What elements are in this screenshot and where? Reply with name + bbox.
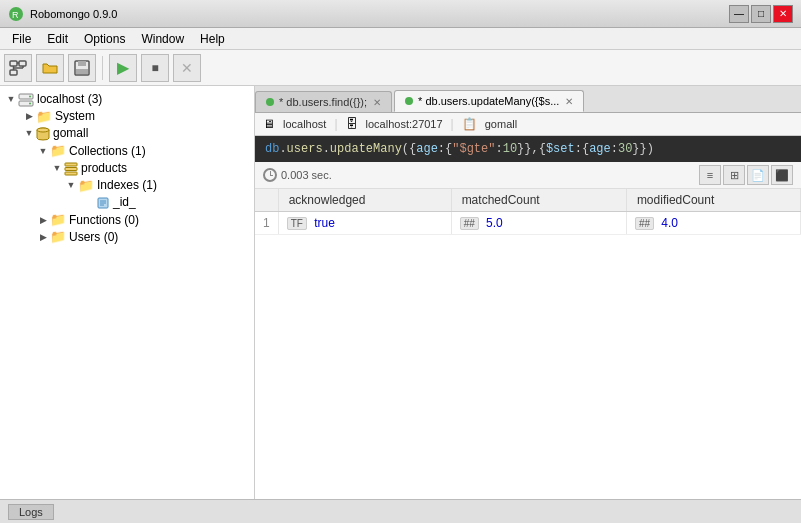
tab-update[interactable]: * db.users.updateMany({$s... ✕ [394, 90, 584, 112]
tree-item-products[interactable]: ▼ products [0, 159, 254, 177]
server-label: localhost [283, 118, 326, 130]
title-bar: R Robomongo 0.9.0 — □ ✕ [0, 0, 801, 28]
table-row: 1 TF true ## 5.0 ## 4.0 [255, 212, 801, 235]
value-acknowledged: true [314, 216, 335, 230]
tab-label-find: * db.users.find({}); [279, 96, 367, 108]
port-label: localhost:27017 [366, 118, 443, 130]
app-icon: R [8, 6, 24, 22]
cmd-close-all: }}) [632, 142, 654, 156]
server-icon: 🖥 [263, 117, 275, 131]
cmd-colon3: : [575, 142, 582, 156]
tree-toggle-products[interactable]: ▼ [50, 163, 64, 173]
results-time-container: 0.003 sec. [263, 168, 332, 182]
tree-item-id-index[interactable]: _id_ [0, 194, 254, 212]
collection-folder-icon: 📁 [50, 143, 66, 158]
cmd-db: db [265, 142, 279, 156]
cmd-colon4: : [611, 142, 618, 156]
table-header-row: acknowledged matchedCount modifiedCount [255, 189, 801, 212]
tree-label-id-index: _id_ [113, 195, 136, 209]
cmd-set-key: $set [546, 142, 575, 156]
toolbar-save-button[interactable] [68, 54, 96, 82]
cell-acknowledged: TF true [278, 212, 451, 235]
maximize-button[interactable]: □ [751, 5, 771, 23]
menu-window[interactable]: Window [133, 30, 192, 48]
svg-rect-18 [65, 163, 77, 166]
tree-toggle-gomall[interactable]: ▼ [22, 128, 36, 138]
toolbar-run-button[interactable]: ▶ [109, 54, 137, 82]
cmd-colon2: : [495, 142, 502, 156]
tree-toggle-users[interactable]: ▶ [36, 232, 50, 242]
row-num-1: 1 [255, 212, 278, 235]
right-panel: * db.users.find({}); ✕ * db.users.update… [255, 86, 801, 499]
collection-icon [64, 160, 78, 176]
users-icon: 📁 [50, 229, 66, 244]
value-modified: 4.0 [661, 216, 678, 230]
server-icon [18, 91, 34, 107]
cmd-gte-key: "$gte" [452, 142, 495, 156]
tree-item-gomall[interactable]: ▼ gomall [0, 125, 254, 143]
cell-matched-count: ## 5.0 [451, 212, 626, 235]
logs-tab[interactable]: Logs [8, 504, 54, 520]
tab-dot-update [405, 97, 413, 105]
cmd-brace2-close: }} [517, 142, 531, 156]
cmd-dot1: . [279, 142, 286, 156]
tab-close-update[interactable]: ✕ [565, 96, 573, 107]
tree-toggle-system[interactable]: ▶ [22, 111, 36, 121]
menu-options[interactable]: Options [76, 30, 133, 48]
results-table: acknowledged matchedCount modifiedCount … [255, 189, 801, 235]
svg-text:R: R [12, 10, 19, 20]
cell-modified-count: ## 4.0 [626, 212, 800, 235]
menu-help[interactable]: Help [192, 30, 233, 48]
separator-2: | [451, 117, 454, 131]
tree-item-system[interactable]: ▶ 📁 System [0, 108, 254, 125]
cmd-age-key: age [416, 142, 438, 156]
tree-item-functions[interactable]: ▶ 📁 Functions (0) [0, 211, 254, 228]
tree-item-indexes[interactable]: ▼ 📁 Indexes (1) [0, 177, 254, 194]
tree-toggle-collections[interactable]: ▼ [36, 146, 50, 156]
svg-rect-20 [65, 172, 77, 175]
tab-label-update: * db.users.updateMany({$s... [418, 95, 559, 107]
tree-toggle-localhost[interactable]: ▼ [4, 94, 18, 104]
separator-1: | [334, 117, 337, 131]
command-bar[interactable]: db.users.updateMany({age:{"$gte":10}},{$… [255, 136, 801, 162]
db-icon: 📋 [462, 117, 477, 131]
menu-edit[interactable]: Edit [39, 30, 76, 48]
tree-item-collections[interactable]: ▼ 📁 Collections (1) [0, 142, 254, 159]
results-btn-custom[interactable]: ⬛ [771, 165, 793, 185]
col-matched-count: matchedCount [451, 189, 626, 212]
window-controls: — □ ✕ [729, 5, 793, 23]
folder-icon: 📁 [36, 109, 52, 124]
tree-label-system: System [55, 109, 95, 123]
col-acknowledged: acknowledged [278, 189, 451, 212]
results-btn-table[interactable]: ⊞ [723, 165, 745, 185]
cmd-method: updateMany [330, 142, 402, 156]
toolbar-open-button[interactable] [36, 54, 64, 82]
tab-bar: * db.users.find({}); ✕ * db.users.update… [255, 86, 801, 113]
minimize-button[interactable]: — [729, 5, 749, 23]
tree-item-localhost[interactable]: ▼ localhost (3) [0, 90, 254, 108]
results-status-bar: 0.003 sec. ≡ ⊞ 📄 ⬛ [255, 162, 801, 189]
results-btn-text[interactable]: 📄 [747, 165, 769, 185]
index-icon [96, 195, 110, 211]
type-badge-matched: ## [460, 217, 479, 230]
menu-file[interactable]: File [4, 30, 39, 48]
close-button[interactable]: ✕ [773, 5, 793, 23]
svg-rect-10 [78, 61, 86, 66]
svg-point-15 [29, 102, 31, 104]
toolbar-stop-button[interactable]: ■ [141, 54, 169, 82]
toolbar-refresh-button[interactable]: ✕ [173, 54, 201, 82]
tree-label-localhost: localhost (3) [37, 92, 102, 106]
svg-point-14 [29, 95, 31, 97]
cmd-comma: , [532, 142, 539, 156]
results-area: 0.003 sec. ≡ ⊞ 📄 ⬛ acknowledged matchedC… [255, 162, 801, 499]
tree-toggle-functions[interactable]: ▶ [36, 215, 50, 225]
tree-toggle-indexes[interactable]: ▼ [64, 180, 78, 190]
tab-dot-find [266, 98, 274, 106]
toolbar-connect-button[interactable] [4, 54, 32, 82]
tab-find[interactable]: * db.users.find({}); ✕ [255, 91, 392, 112]
tab-close-find[interactable]: ✕ [373, 97, 381, 108]
results-btn-list[interactable]: ≡ [699, 165, 721, 185]
sidebar-tree: ▼ localhost (3) ▶ 📁 System ▼ [0, 86, 255, 499]
type-badge-acknowledged: TF [287, 217, 307, 230]
tree-item-users[interactable]: ▶ 📁 Users (0) [0, 228, 254, 245]
